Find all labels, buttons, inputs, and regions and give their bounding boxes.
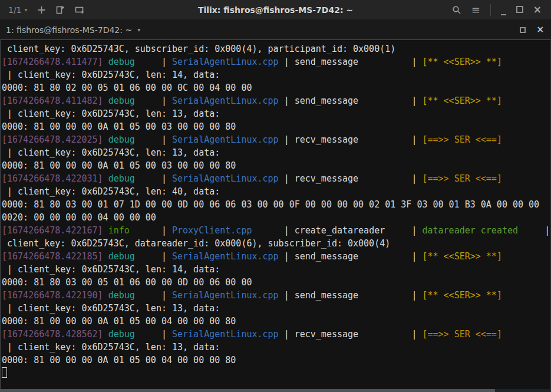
session-maximize-button[interactable] — [520, 25, 526, 35]
log-segment: | send_message | — [279, 57, 423, 67]
titlebar: 1/1 ▾ + Tilix: fishros@fishros-MS-7D42: … — [0, 0, 551, 20]
log-line: [1674266478.411477] debug | SerialAgentL… — [2, 55, 550, 68]
maximize-button[interactable] — [516, 5, 523, 15]
maximize-icon — [516, 6, 523, 13]
log-segment: [** <<SER>> **] — [422, 57, 501, 67]
menu-button[interactable]: ≡ — [471, 5, 480, 15]
session-bar: 1: fishros@fishros-MS-7D42: ~ ▾ × — [0, 20, 551, 39]
log-segment: SerialAgentLinux.cpp — [172, 290, 279, 301]
log-segment: [** <<SER>> **] — [422, 95, 501, 106]
log-segment: debug — [108, 290, 135, 301]
terminal-output[interactable]: client_key: 0x6D25743C, subscriber_id: 0… — [0, 39, 551, 389]
log-segment: | recv_message | — [279, 329, 423, 340]
log-line: | client_key: 0x6D25743C, len: 13, data: — [2, 302, 550, 315]
log-segment: 0000: 81 00 00 00 0A 01 05 00 03 00 00 0… — [2, 160, 236, 171]
add-terminal-down-icon — [74, 5, 85, 15]
log-line: [1674266478.422167] info | ProxyClient.c… — [2, 224, 550, 237]
close-icon: × — [536, 24, 544, 35]
log-segment: | client_key: 0x6D25743C, len: 14, data: — [2, 70, 220, 80]
log-segment: SerialAgentLinux.cpp — [172, 134, 279, 145]
session-pager-label: 1/1 — [8, 5, 22, 15]
search-icon — [452, 5, 461, 15]
minimize-button[interactable] — [501, 5, 506, 15]
log-segment: [1674266478.422167] — [2, 225, 108, 236]
log-segment: 0020: 00 00 00 00 04 00 00 00 — [2, 212, 156, 223]
session-bar-controls: × — [520, 25, 551, 35]
log-segment: [==>> SER <<==] — [422, 134, 501, 145]
log-segment: [==>> SER <<==] — [422, 329, 501, 340]
log-segment: SerialAgentLinux.cpp — [172, 173, 279, 184]
log-segment: | — [518, 225, 550, 236]
log-segment: SerialAgentLinux.cpp — [172, 251, 279, 262]
log-line: 0000: 81 00 00 00 0A 01 05 00 03 00 00 0… — [2, 159, 550, 172]
log-segment: debug — [108, 329, 135, 340]
session-title: 1: fishros@fishros-MS-7D42: ~ — [6, 25, 132, 35]
close-icon: × — [533, 4, 542, 15]
log-segment: 0000: 81 80 02 00 05 01 06 00 00 0C 00 0… — [2, 83, 252, 93]
log-segment: client_key: 0x6D25743C, datareader_id: 0… — [2, 238, 390, 249]
log-line: 0000: 81 80 03 00 05 01 06 00 00 0D 00 0… — [2, 276, 550, 289]
window-bottom-edge — [0, 389, 551, 392]
log-line: client_key: 0x6D25743C, subscriber_id: 0… — [2, 42, 550, 55]
log-segment: | send_message | — [279, 251, 423, 262]
log-line: | client_key: 0x6D25743C, len: 13, data: — [2, 107, 550, 120]
log-segment: 0000: 81 00 00 00 0A 01 05 00 04 00 00 0… — [2, 355, 236, 365]
log-segment: info — [108, 225, 130, 236]
log-line: 0000: 81 80 02 00 05 01 06 00 00 0C 00 0… — [2, 81, 550, 94]
minimize-icon — [501, 14, 506, 15]
log-line: [1674266478.428562] debug | SerialAgentL… — [2, 328, 550, 341]
add-terminal-right-button[interactable] — [55, 5, 65, 15]
log-segment: debug — [108, 134, 135, 145]
hamburger-icon: ≡ — [471, 4, 480, 16]
log-segment: debug — [108, 57, 135, 67]
log-segment: client_key: 0x6D25743C, subscriber_id: 0… — [2, 44, 395, 54]
log-line: [1674266478.422190] debug | SerialAgentL… — [2, 289, 550, 302]
log-segment: [1674266478.422190] — [2, 290, 108, 301]
log-segment: SerialAgentLinux.cpp — [172, 57, 279, 67]
session-pager-dropdown[interactable]: 1/1 ▾ — [8, 5, 28, 15]
session-close-button[interactable]: × — [536, 25, 544, 34]
close-button[interactable]: × — [533, 5, 542, 15]
cursor-line — [2, 367, 550, 380]
log-segment: | recv_message | — [279, 173, 423, 184]
titlebar-right-controls: ≡ × — [452, 4, 551, 16]
log-segment: debug — [108, 251, 135, 262]
log-segment: 0000: 81 00 00 00 0A 01 05 00 04 00 00 0… — [2, 316, 236, 327]
log-segment: | client_key: 0x6D25743C, len: 13, data: — [2, 342, 220, 353]
log-segment: | — [135, 95, 172, 106]
log-segment: | send_message | — [279, 290, 423, 301]
log-segment: [1674266478.411477] — [2, 57, 108, 67]
titlebar-left-controls: 1/1 ▾ + — [0, 4, 85, 15]
search-button[interactable] — [452, 5, 461, 15]
new-session-button[interactable]: + — [37, 4, 47, 15]
add-terminal-down-button[interactable] — [74, 5, 85, 15]
log-segment: | — [135, 57, 172, 67]
log-line: 0020: 00 00 00 00 04 00 00 00 — [2, 211, 550, 224]
log-segment: | client_key: 0x6D25743C, len: 13, data: — [2, 108, 220, 119]
chevron-down-icon: ▾ — [137, 27, 140, 33]
log-segment: SerialAgentLinux.cpp — [172, 329, 279, 340]
log-line: 0000: 81 80 03 00 01 07 1D 00 00 0D 00 0… — [2, 198, 550, 211]
log-line: | client_key: 0x6D25743C, len: 14, data: — [2, 263, 550, 276]
log-segment: debug — [108, 173, 135, 184]
log-segment: | client_key: 0x6D25743C, len: 40, data: — [2, 186, 220, 197]
session-title-dropdown[interactable]: 1: fishros@fishros-MS-7D42: ~ ▾ — [0, 25, 140, 35]
log-line: [1674266478.422031] debug | SerialAgentL… — [2, 172, 550, 185]
terminal-cursor — [2, 367, 7, 378]
log-segment: [1674266478.422185] — [2, 251, 108, 262]
log-segment: [1674266478.428562] — [2, 329, 108, 340]
scrollbar-horizontal[interactable] — [0, 389, 495, 392]
log-line: | client_key: 0x6D25743C, len: 13, data: — [2, 341, 550, 354]
log-segment: 0000: 81 80 03 00 01 07 1D 00 00 0D 00 0… — [2, 199, 539, 210]
log-segment: ProxyClient.cpp — [172, 225, 252, 236]
log-segment: | send_message | — [279, 95, 423, 106]
log-line: client_key: 0x6D25743C, datareader_id: 0… — [2, 237, 550, 250]
maximize-icon — [520, 27, 526, 33]
log-segment: debug — [108, 95, 135, 106]
log-line: 0000: 81 00 00 00 0A 01 05 00 04 00 00 0… — [2, 354, 550, 367]
log-line: | client_key: 0x6D25743C, len: 40, data: — [2, 185, 550, 198]
log-segment: | — [135, 173, 172, 184]
log-line: [1674266478.422025] debug | SerialAgentL… — [2, 133, 550, 146]
tilix-window: 1/1 ▾ + Tilix: fishros@fishros-MS-7D42: … — [0, 0, 551, 392]
log-segment: [1674266478.422025] — [2, 134, 108, 145]
